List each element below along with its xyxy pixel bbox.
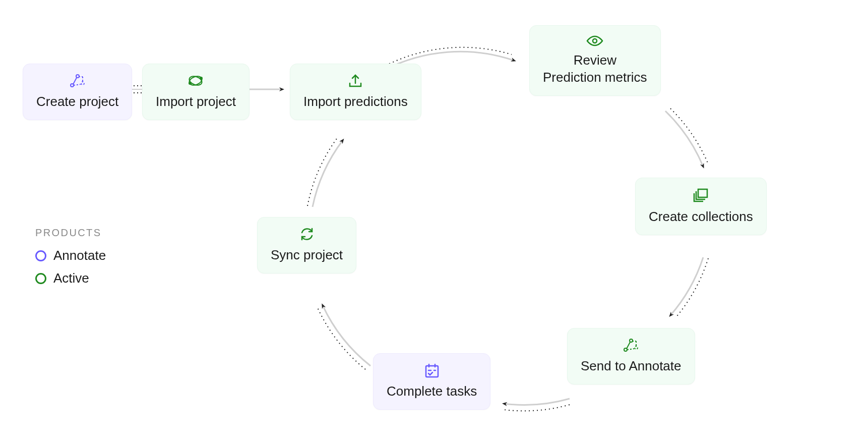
legend-label: Annotate — [53, 248, 106, 263]
tasks-icon — [424, 363, 440, 378]
legend-item-active: Active — [35, 270, 106, 286]
node-label: Complete tasks — [387, 383, 477, 400]
legend-item-annotate: Annotate — [35, 248, 106, 263]
upload-icon — [347, 73, 363, 88]
node-review-prediction: Review Prediction metrics — [529, 25, 661, 96]
collections-icon — [692, 187, 709, 203]
node-label: Sync project — [271, 247, 343, 264]
svg-point-9 — [189, 82, 191, 84]
svg-point-10 — [200, 77, 202, 79]
connector-review-to-collections — [665, 108, 708, 167]
node-import-project: Import project — [142, 64, 250, 120]
eye-icon — [586, 35, 604, 47]
svg-point-11 — [593, 39, 597, 43]
connector-send-to-complete — [504, 399, 570, 411]
node-send-to-annotate: Send to Annotate — [567, 328, 695, 385]
svg-point-15 — [635, 346, 638, 349]
node-label: Create project — [36, 93, 118, 111]
legend-swatch-active — [35, 273, 46, 284]
import-project-icon — [187, 73, 204, 88]
project-create-icon — [69, 73, 86, 88]
connector-collections-to-send — [670, 257, 708, 318]
node-label: Import project — [156, 93, 236, 111]
svg-rect-16 — [426, 366, 438, 377]
legend: PRODUCTS Annotate Active — [35, 227, 106, 293]
connector-sync-to-predictions — [307, 137, 343, 207]
legend-swatch-annotate — [35, 250, 46, 261]
node-create-project: Create project — [23, 64, 132, 120]
svg-point-8 — [189, 75, 204, 87]
legend-title: PRODUCTS — [35, 227, 106, 239]
node-label: Create collections — [649, 208, 753, 226]
node-import-predictions: Import predictions — [290, 64, 421, 120]
sync-icon — [299, 227, 315, 242]
node-label: Review Prediction metrics — [543, 52, 647, 86]
send-annotate-icon — [623, 338, 640, 353]
node-sync-project: Sync project — [257, 217, 356, 274]
legend-label: Active — [53, 270, 89, 286]
node-label: Import predictions — [303, 93, 408, 111]
node-create-collections: Create collections — [635, 178, 767, 235]
svg-rect-12 — [698, 189, 707, 197]
connector-complete-to-sync — [318, 305, 370, 369]
node-complete-tasks: Complete tasks — [373, 353, 490, 410]
svg-point-6 — [81, 82, 84, 85]
workflow-diagram: Create project Import project Import pre… — [0, 0, 868, 437]
node-label: Send to Annotate — [581, 358, 681, 375]
